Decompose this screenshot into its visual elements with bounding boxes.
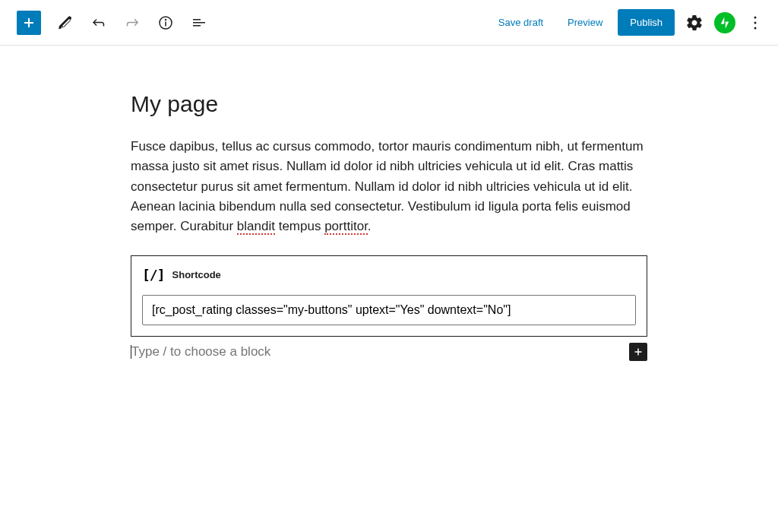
shortcode-label: Shortcode <box>172 269 221 280</box>
undo-icon <box>90 14 108 32</box>
block-appender: Type / to choose a block <box>131 337 647 367</box>
undo-button[interactable] <box>85 9 112 36</box>
plus-icon <box>20 14 38 32</box>
svg-point-1 <box>166 19 166 20</box>
paragraph-block[interactable]: Fusce dapibus, tellus ac cursus commodo,… <box>131 137 647 237</box>
spell-error: blandit <box>237 219 275 235</box>
shortcode-icon: [/] <box>142 267 165 283</box>
document-outline-button[interactable] <box>185 9 213 36</box>
jetpack-button[interactable] <box>714 12 735 33</box>
pencil-icon <box>56 14 74 32</box>
outline-icon <box>190 14 208 32</box>
info-icon <box>157 14 175 32</box>
page-title[interactable]: My page <box>131 91 647 117</box>
document-info-button[interactable] <box>152 9 179 36</box>
save-draft-button[interactable]: Save draft <box>489 11 552 34</box>
block-appender-button[interactable] <box>629 343 647 361</box>
plus-icon <box>631 345 645 359</box>
block-appender-placeholder[interactable]: Type / to choose a block <box>131 337 629 367</box>
edit-tool-button[interactable] <box>52 9 79 36</box>
add-block-button[interactable] <box>17 11 41 35</box>
toolbar-left <box>9 9 213 36</box>
svg-point-2 <box>754 16 757 18</box>
editor-toolbar: Save draft Preview Publish <box>0 0 778 46</box>
svg-point-4 <box>754 27 757 29</box>
more-vertical-icon <box>746 14 764 32</box>
settings-button[interactable] <box>681 9 708 36</box>
publish-button[interactable]: Publish <box>618 9 675 36</box>
jetpack-icon <box>718 16 732 30</box>
shortcode-header: [/] Shortcode <box>142 267 636 283</box>
shortcode-block[interactable]: [/] Shortcode <box>131 255 647 337</box>
toolbar-right: Save draft Preview Publish <box>489 9 769 36</box>
svg-point-3 <box>754 21 757 24</box>
gear-icon <box>685 14 704 32</box>
spell-error: porttitor <box>324 219 368 235</box>
shortcode-input[interactable] <box>142 295 636 325</box>
redo-icon <box>123 14 141 32</box>
editor-canvas: My page Fusce dapibus, tellus ac cursus … <box>131 46 647 367</box>
redo-button[interactable] <box>119 9 146 36</box>
preview-button[interactable]: Preview <box>558 11 612 34</box>
more-options-button[interactable] <box>742 9 769 36</box>
